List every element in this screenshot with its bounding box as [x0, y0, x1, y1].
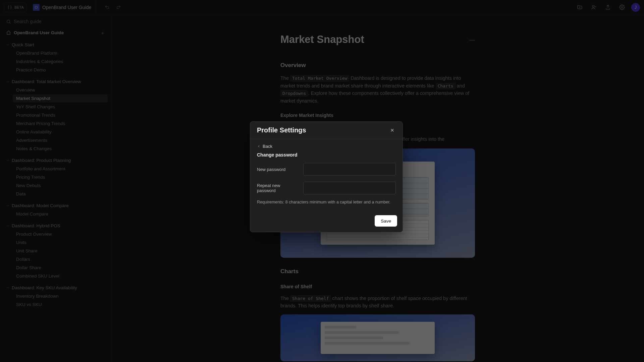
- modal-header: Profile Settings: [250, 122, 402, 139]
- profile-settings-modal: Profile Settings Back Change password Ne…: [250, 121, 403, 232]
- repeat-password-label: Repeat new password: [257, 183, 299, 193]
- close-button[interactable]: [388, 127, 396, 134]
- new-password-input[interactable]: [303, 163, 396, 176]
- chevron-left-icon: [257, 144, 261, 148]
- back-button[interactable]: Back: [257, 144, 396, 149]
- new-password-label: New password: [257, 167, 299, 172]
- change-password-title: Change password: [257, 152, 396, 158]
- new-password-row: New password: [257, 163, 396, 176]
- save-button[interactable]: Save: [375, 215, 397, 227]
- modal-title: Profile Settings: [257, 126, 306, 134]
- repeat-password-input[interactable]: [303, 182, 396, 194]
- password-requirements: Requirements: 8 characters minimum with …: [257, 200, 396, 204]
- close-icon: [390, 128, 395, 133]
- modal-overlay[interactable]: Profile Settings Back Change password Ne…: [0, 0, 644, 362]
- repeat-password-row: Repeat new password: [257, 182, 396, 194]
